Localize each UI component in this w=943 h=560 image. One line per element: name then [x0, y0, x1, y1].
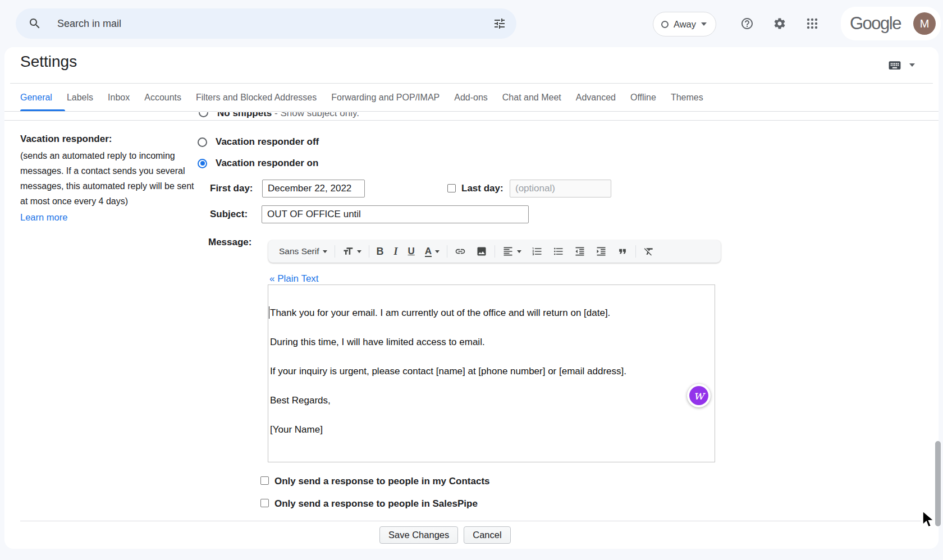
bulleted-list-icon — [553, 246, 564, 257]
extension-badge[interactable]: w — [687, 384, 711, 407]
indent-decrease-icon — [574, 246, 585, 257]
divider — [447, 245, 447, 258]
search-options-icon[interactable] — [493, 17, 506, 30]
message-body-editor[interactable]: Thank you for your email. I am currently… — [268, 284, 715, 462]
bold-button[interactable]: B — [372, 240, 389, 263]
message-paragraph: [Your Name] — [270, 423, 701, 437]
plain-text-link[interactable]: « Plain Text — [269, 273, 319, 284]
tab-filters[interactable]: Filters and Blocked Addresses — [196, 93, 317, 103]
status-label: Away — [674, 19, 696, 30]
tab-chat-and-meet[interactable]: Chat and Meet — [502, 93, 561, 103]
tab-inbox[interactable]: Inbox — [108, 93, 130, 103]
font-family-select[interactable]: Sans Serif — [274, 240, 332, 263]
divider — [369, 245, 369, 258]
text-color-icon: A — [425, 246, 432, 257]
chevron-down-icon — [435, 250, 440, 253]
subject-input[interactable] — [262, 205, 529, 223]
numbered-list-button[interactable] — [527, 240, 548, 263]
last-day-input[interactable] — [510, 180, 611, 198]
search-icon[interactable] — [28, 17, 42, 30]
divider — [495, 245, 495, 258]
settings-gear-icon[interactable] — [773, 17, 786, 30]
tab-addons[interactable]: Add-ons — [454, 93, 488, 103]
chevron-down-icon — [517, 250, 521, 253]
snippets-row-clipped: No snippets - Show subject only. — [191, 112, 617, 120]
tab-general[interactable]: General — [20, 93, 52, 103]
link-icon — [455, 246, 466, 257]
vacation-off-option[interactable]: Vacation responder off — [198, 136, 319, 148]
vacation-responder-description: (sends an automated reply to incoming me… — [20, 148, 200, 209]
no-snippets-radio[interactable] — [199, 112, 208, 117]
indent-increase-button[interactable] — [590, 240, 612, 263]
org-only-label: Only send a response to people in SalesP… — [274, 498, 478, 509]
vacation-on-option[interactable]: Vacation responder on — [198, 158, 318, 169]
save-changes-button[interactable]: Save Changes — [379, 526, 458, 544]
keyboard-chevron-icon[interactable] — [909, 63, 915, 67]
font-size-button[interactable] — [337, 240, 367, 263]
search-input[interactable]: Search in mail — [57, 18, 121, 30]
divider — [635, 245, 636, 258]
org-only-checkbox[interactable] — [260, 499, 269, 507]
tab-forwarding[interactable]: Forwarding and POP/IMAP — [331, 93, 440, 103]
form-actions: Save Changes Cancel — [379, 526, 511, 544]
settings-tabs: General Labels Inbox Accounts Filters an… — [20, 85, 703, 110]
wordtune-icon: w — [689, 386, 708, 405]
first-day-input[interactable] — [262, 180, 365, 198]
message-paragraph: Best Regards, — [270, 393, 701, 408]
indent-decrease-button[interactable] — [569, 240, 590, 263]
remove-formatting-button[interactable] — [638, 240, 660, 263]
text-color-button[interactable]: A — [420, 240, 445, 263]
message-paragraph: Thank you for your email. I am currently… — [270, 306, 701, 320]
status-circle-icon — [661, 21, 669, 28]
search-bar[interactable]: Search in mail — [16, 8, 516, 39]
tab-themes[interactable]: Themes — [671, 93, 703, 103]
contacts-only-label: Only send a response to people in my Con… — [274, 476, 490, 487]
format-size-icon — [342, 246, 354, 257]
tab-labels[interactable]: Labels — [67, 93, 93, 103]
indent-increase-icon — [596, 246, 607, 257]
italic-button[interactable]: I — [389, 240, 403, 263]
align-left-icon — [502, 246, 514, 257]
numbered-list-icon — [532, 246, 543, 257]
text-cursor — [269, 306, 270, 319]
vacation-on-radio[interactable] — [198, 159, 207, 168]
remove-formatting-icon — [643, 246, 654, 257]
quote-button[interactable] — [612, 240, 633, 263]
chevron-down-icon — [701, 22, 707, 26]
status-selector[interactable]: Away — [653, 12, 716, 36]
account-area: Google M — [841, 7, 941, 40]
mouse-cursor — [921, 511, 936, 530]
divider — [4, 111, 939, 112]
chevron-down-icon — [323, 250, 327, 253]
divider — [4, 120, 939, 121]
page-title: Settings — [20, 53, 77, 71]
learn-more-link[interactable]: Learn more — [20, 212, 67, 223]
contacts-only-checkbox[interactable] — [260, 476, 269, 485]
image-icon — [476, 246, 487, 257]
align-button[interactable] — [497, 240, 527, 263]
apps-grid-icon[interactable] — [805, 17, 819, 30]
help-icon[interactable] — [740, 17, 754, 30]
google-logo: Google — [850, 13, 901, 34]
insert-image-button[interactable] — [471, 240, 492, 263]
divider — [10, 83, 933, 84]
chevron-down-icon — [357, 250, 361, 253]
message-paragraph: If your inquiry is urgent, please contac… — [270, 364, 701, 379]
last-day-checkbox[interactable] — [447, 184, 456, 192]
message-paragraph: During this time, I will have limited ac… — [270, 335, 701, 350]
cancel-button[interactable]: Cancel — [464, 526, 510, 544]
tab-accounts[interactable]: Accounts — [144, 93, 181, 103]
no-snippets-label: No snippets — [217, 112, 272, 118]
divider — [335, 245, 335, 258]
keyboard-icon[interactable] — [886, 58, 904, 72]
tab-advanced[interactable]: Advanced — [576, 93, 616, 103]
divider — [20, 521, 921, 521]
avatar[interactable]: M — [913, 12, 936, 35]
subject-label: Subject: — [210, 205, 248, 223]
tab-offline[interactable]: Offline — [630, 93, 656, 103]
vacation-off-radio[interactable] — [198, 137, 207, 147]
gmail-settings-screen: Search in mail Away Google M Settings Ge… — [0, 0, 943, 560]
underline-button[interactable]: U — [403, 240, 420, 263]
bulleted-list-button[interactable] — [548, 240, 569, 263]
insert-link-button[interactable] — [450, 240, 471, 263]
